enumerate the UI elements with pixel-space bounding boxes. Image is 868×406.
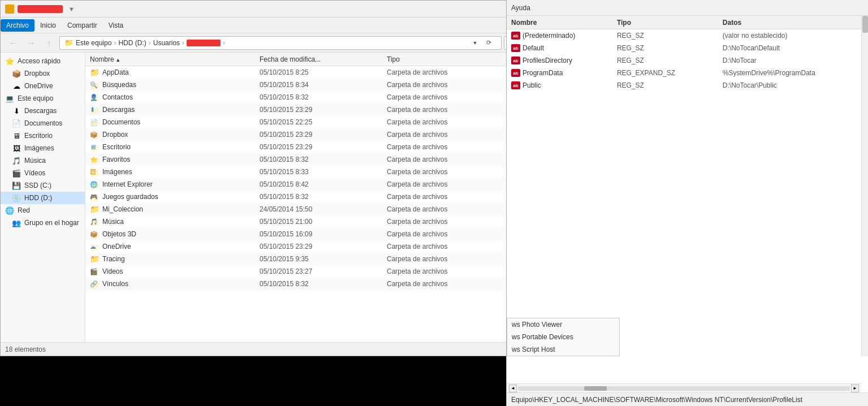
col-header-date[interactable]: Fecha de modifica... — [260, 55, 387, 63]
registry-rows-container: ab (Predeterminado) REG_SZ (valor no est… — [507, 29, 868, 92]
taskbar-item-photo-viewer[interactable]: ws Photo Viewer — [507, 318, 619, 331]
computer-icon: 💻 — [5, 94, 14, 103]
group-icon: 👥 — [12, 218, 21, 227]
registry-entry-icon: ab — [511, 69, 520, 77]
file-type: Carpeta de archivos — [387, 143, 514, 151]
registry-entry-data: D:\NoTocar\Public — [723, 81, 863, 89]
registry-scrollbar[interactable] — [861, 16, 868, 356]
sidebar-label: Grupo en el hogar — [24, 219, 79, 227]
file-name: OneDrive — [102, 243, 131, 250]
registry-row[interactable]: ab Public REG_SZ D:\NoTocar\Public — [507, 79, 868, 92]
file-type: Carpeta de archivos — [387, 168, 514, 176]
images-icon: 🖼 — [12, 144, 21, 153]
sidebar-item-hdd[interactable]: 💿 HDD (D:) — [1, 192, 85, 204]
col-header-name[interactable]: Nombre — [90, 55, 260, 63]
registry-entry-icon: ab — [511, 32, 520, 40]
ssd-icon: 💾 — [12, 181, 21, 190]
registry-row[interactable]: ab Default REG_SZ D:\NoTocar\Default — [507, 42, 868, 54]
folder-icon: ☁📁 — [90, 242, 99, 251]
registry-hscrollbar[interactable]: ◄ ► — [507, 383, 861, 392]
title-bar-left: ▼ — [5, 5, 75, 14]
hscroll-thumb[interactable] — [584, 386, 607, 391]
file-type: Carpeta de archivos — [387, 218, 514, 226]
file-date: 05/10/2015 23:29 — [260, 143, 387, 151]
sidebar-label: Imágenes — [24, 144, 54, 152]
file-name: Dropbox — [102, 131, 128, 139]
registry-row[interactable]: ab (Predeterminado) REG_SZ (valor no est… — [507, 29, 868, 42]
star-icon: ⭐ — [5, 57, 14, 66]
sidebar-item-red[interactable]: 🌐 Red — [1, 204, 85, 217]
menu-compartir[interactable]: Compartir — [62, 19, 103, 32]
network-icon: 🌐 — [5, 206, 14, 215]
menu-vista[interactable]: Vista — [103, 19, 129, 32]
sidebar-item-grupo[interactable]: 👥 Grupo en el hogar — [1, 217, 85, 229]
file-type: Carpeta de archivos — [387, 131, 514, 139]
folder-icon: 📁 — [90, 68, 99, 77]
taskbar-item-script-host[interactable]: ws Script Host — [507, 343, 619, 356]
file-name: Juegos guardados — [102, 193, 158, 201]
registry-menu-ayuda[interactable]: Ayuda — [511, 4, 530, 12]
folder-icon: 📁 — [64, 38, 74, 47]
breadcrumb-usuarios[interactable]: Usuarios — [153, 39, 180, 47]
registry-scroll-thumb[interactable] — [862, 16, 868, 33]
menu-inicio[interactable]: Inicio — [34, 19, 62, 32]
file-date: 05/10/2015 8:42 — [260, 180, 387, 188]
back-button[interactable]: ← — [5, 36, 21, 50]
registry-row[interactable]: ab ProfilesDirectory REG_SZ D:\NoTocar — [507, 54, 868, 67]
file-date: 05/10/2015 9:35 — [260, 255, 387, 263]
registry-entry-name: ProfilesDirectory — [522, 57, 572, 64]
sidebar-label: Vídeos — [24, 169, 45, 177]
file-name: Escritorio — [102, 143, 131, 151]
registry-row[interactable]: ab ProgramData REG_EXPAND_SZ %SystemDriv… — [507, 67, 868, 79]
sidebar-item-videos[interactable]: 🎬 Vídeos — [1, 167, 85, 179]
folder-icon: 📦📁 — [90, 130, 99, 139]
up-button[interactable]: ↑ — [41, 36, 57, 50]
desktop-icon: 🖥 — [12, 131, 21, 140]
sidebar-label: SSD (C:) — [24, 182, 51, 189]
sidebar-item-este-equipo[interactable]: 💻 Este equipo — [1, 92, 85, 105]
breadcrumb-computer[interactable]: Este equipo — [76, 39, 111, 47]
registry-entry-icon: ab — [511, 57, 520, 64]
address-dropdown-button[interactable]: ▼ — [470, 36, 480, 50]
registry-entry-type: REG_EXPAND_SZ — [617, 69, 723, 77]
file-date: 05/10/2015 8:32 — [260, 280, 387, 288]
sidebar-item-acceso-rapido[interactable]: ⭐ Acceso rápido — [1, 55, 85, 67]
registry-panel: Ayuda Nombre Tipo Datos ab (Predetermina… — [506, 0, 868, 406]
hscroll-right-button[interactable]: ► — [851, 385, 859, 392]
registry-entry-data: %SystemDrive%\ProgramData — [723, 69, 863, 77]
registry-entry-name: (Predeterminado) — [522, 32, 575, 40]
sidebar-item-musica[interactable]: 🎵 Música — [1, 154, 85, 167]
sidebar-item-escritorio[interactable]: 🖥 Escritorio — [1, 129, 85, 142]
file-type: Carpeta de archivos — [387, 118, 514, 126]
sidebar-item-imagenes[interactable]: 🖼 Imágenes — [1, 142, 85, 154]
hscroll-left-button[interactable]: ◄ — [509, 385, 517, 392]
file-name: Imágenes — [102, 168, 132, 176]
hdd-icon: 💿 — [12, 193, 21, 202]
file-name: Favoritos — [102, 156, 130, 163]
file-name: AppData — [102, 68, 129, 76]
address-input[interactable]: 📁 Este equipo › HDD (D:) › Usuarios › › … — [59, 36, 502, 50]
sidebar-item-descargas[interactable]: ⬇ Descargas — [1, 105, 85, 117]
hscroll-track[interactable] — [518, 386, 850, 391]
menu-archivo[interactable]: Archivo — [1, 19, 34, 32]
folder-icon: ⭐📁 — [90, 155, 99, 164]
address-refresh-button[interactable]: ⟳ — [481, 36, 496, 50]
breadcrumb-hdd[interactable]: HDD (D:) — [118, 39, 146, 47]
registry-entry-data: (valor no establecido) — [723, 32, 863, 40]
sidebar-item-dropbox[interactable]: 📦 Dropbox — [1, 67, 85, 80]
sidebar-item-documentos[interactable]: 📄 Documentos — [1, 117, 85, 129]
file-name: Internet Explorer — [102, 180, 153, 188]
taskbar-item-portable-devices[interactable]: ws Portable Devices — [507, 331, 619, 343]
file-date: 05/10/2015 8:25 — [260, 68, 387, 76]
file-date: 24/05/2014 15:50 — [260, 205, 387, 213]
sidebar-label: Documentos — [24, 119, 62, 127]
folder-icon: 🎮📁 — [90, 192, 99, 201]
file-name: Mi_Coleccion — [102, 205, 143, 213]
file-name: Tracing — [102, 255, 125, 263]
sidebar-item-onedrive[interactable]: ☁ OneDrive — [1, 80, 85, 92]
registry-entry-data: D:\NoTocar — [723, 57, 863, 64]
sidebar-item-ssd[interactable]: 💾 SSD (C:) — [1, 179, 85, 192]
forward-button[interactable]: → — [23, 36, 39, 50]
file-date: 05/10/2015 8:34 — [260, 81, 387, 89]
col-header-type[interactable]: Tipo — [387, 55, 514, 63]
